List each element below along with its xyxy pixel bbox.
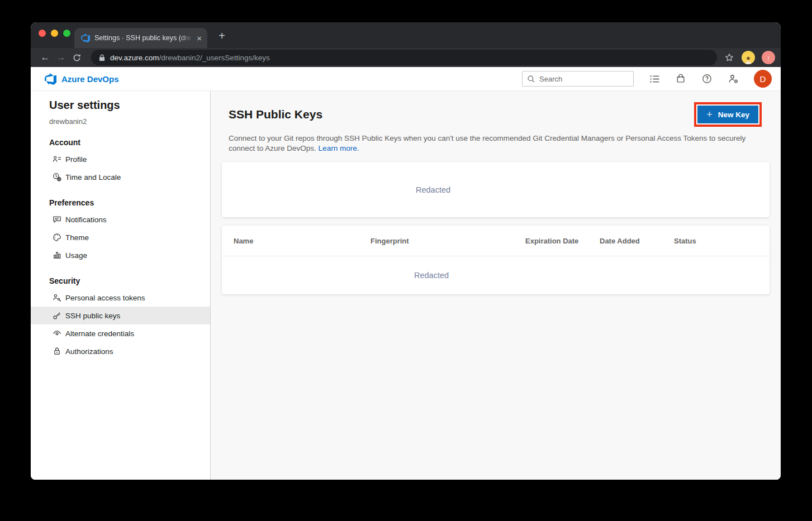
ssh-keys-table-card: Name Fingerprint Expiration Date Date Ad… — [222, 226, 770, 294]
palette-icon — [53, 233, 61, 242]
browser-tab[interactable]: Settings · SSH public keys (dre × — [74, 28, 207, 48]
sidebar-item-label: SSH public keys — [65, 312, 120, 320]
url-domain: dev.azure.com — [110, 54, 159, 62]
sidebar-item-label: Theme — [65, 233, 89, 242]
brand-name: Azure DevOps — [61, 74, 119, 84]
lock-shield-icon — [53, 347, 61, 356]
new-key-button[interactable]: + New Key — [697, 106, 758, 123]
sidebar-item-notifications[interactable]: Notifications — [31, 211, 210, 228]
tab-strip: Settings · SSH public keys (dre × + — [31, 22, 781, 48]
sidebar-item-label: Notifications — [65, 216, 107, 224]
key-icon — [53, 311, 61, 320]
browser-update-icon[interactable]: ↑ — [762, 51, 775, 64]
sidebar-item-profile[interactable]: Profile — [31, 150, 210, 168]
sidebar-item-personal-access-tokens[interactable]: Personal access tokens — [31, 289, 210, 307]
column-header-name: Name — [234, 237, 371, 245]
sidebar-item-theme[interactable]: Theme — [31, 228, 210, 246]
reload-icon[interactable] — [69, 50, 84, 65]
column-header-expiration-date: Expiration Date — [525, 237, 600, 245]
redacted-text: Redacted — [416, 185, 450, 194]
sidebar-item-label: Usage — [65, 251, 87, 260]
sidebar-item-label: Profile — [65, 155, 87, 164]
column-header-date-added: Date Added — [600, 237, 674, 245]
url-text: dev.azure.com/drewbanin2/_usersSettings/… — [110, 54, 270, 62]
bar-chart-icon — [53, 251, 61, 260]
page-description: Connect to your Git repos through SSH Pu… — [229, 133, 758, 153]
toolbar-right: ↑ — [724, 51, 775, 64]
section-preferences: Preferences — [31, 186, 210, 211]
annotation-highlight-box: + New Key — [694, 102, 762, 127]
sidebar-item-usage[interactable]: Usage — [31, 246, 210, 264]
address-bar[interactable]: dev.azure.com/drewbanin2/_usersSettings/… — [91, 50, 717, 65]
ssh-key-card: Redacted — [222, 162, 770, 217]
azure-devops-brand[interactable]: Azure DevOps — [45, 73, 119, 85]
task-list-icon[interactable] — [649, 73, 660, 84]
column-header-fingerprint: Fingerprint — [371, 237, 525, 245]
tab-title: Settings · SSH public keys (dre — [94, 34, 193, 42]
minimize-window-button[interactable] — [51, 30, 58, 37]
browser-toolbar: ← → dev.azure.com/drewbanin2/_usersSetti… — [31, 48, 781, 67]
sidebar-item-label: Time and Locale — [65, 173, 121, 181]
bookmark-star-icon[interactable] — [724, 52, 735, 63]
sidebar-item-label: Authorizations — [65, 347, 113, 356]
column-header-status: Status — [674, 237, 696, 245]
browser-window: Settings · SSH public keys (dre × + ← → … — [31, 22, 781, 480]
user-avatar[interactable]: D — [754, 70, 772, 88]
table-header-row: Name Fingerprint Expiration Date Date Ad… — [222, 226, 770, 256]
section-security: Security — [31, 264, 210, 289]
sidebar-item-time-and-locale[interactable]: Time and Locale — [31, 168, 210, 186]
sidebar-item-authorizations[interactable]: Authorizations — [31, 342, 210, 360]
plus-icon: + — [706, 109, 713, 120]
forward-icon[interactable]: → — [53, 50, 69, 65]
table-body: Redacted — [222, 256, 770, 294]
tab-close-icon[interactable]: × — [197, 34, 202, 42]
window-controls — [39, 30, 70, 37]
sidebar-item-alternate-credentials[interactable]: Alternate credentials — [31, 324, 210, 342]
search-icon — [527, 75, 535, 83]
section-account: Account — [31, 126, 210, 150]
redacted-text: Redacted — [414, 271, 449, 280]
search-input[interactable] — [539, 75, 629, 83]
user-settings-icon[interactable] — [728, 73, 739, 84]
sidebar-item-label: Personal access tokens — [65, 294, 145, 302]
lock-icon — [99, 54, 105, 61]
azure-devops-logo-icon — [45, 73, 56, 85]
azure-devops-favicon — [81, 34, 90, 42]
desktop-background: Settings · SSH public keys (dre × + ← → … — [0, 0, 812, 521]
search-box[interactable] — [522, 71, 634, 87]
url-path: /drewbanin2/_usersSettings/keys — [159, 54, 270, 62]
marketplace-bag-icon[interactable] — [675, 73, 686, 84]
browser-profile-avatar[interactable] — [742, 51, 755, 64]
app-header: Azure DevOps — [31, 67, 781, 91]
sidebar-item-label: Alternate credentials — [65, 329, 134, 338]
person-key-icon — [53, 293, 61, 302]
sidebar-username: drewbanin2 — [31, 112, 210, 126]
learn-more-link[interactable]: Learn more. — [319, 144, 359, 152]
help-icon[interactable] — [701, 73, 713, 84]
maximize-window-button[interactable] — [63, 30, 70, 37]
close-window-button[interactable] — [39, 30, 46, 37]
settings-sidebar: User settings drewbanin2 Account Profile… — [31, 91, 211, 480]
comment-icon — [53, 215, 61, 224]
eye-icon — [53, 329, 61, 338]
page-body: User settings drewbanin2 Account Profile… — [31, 91, 781, 480]
person-card-icon — [53, 155, 61, 164]
page-title: SSH Public Keys — [229, 108, 322, 121]
title-row: SSH Public Keys + New Key — [222, 102, 770, 127]
main-content: SSH Public Keys + New Key Connect to you… — [211, 91, 781, 480]
new-key-button-label: New Key — [718, 111, 749, 119]
sidebar-title: User settings — [31, 99, 210, 112]
new-tab-button[interactable]: + — [215, 29, 229, 42]
clock-globe-icon — [53, 173, 61, 181]
sidebar-item-ssh-public-keys[interactable]: SSH public keys — [31, 307, 210, 324]
description-text: Connect to your Git repos through SSH Pu… — [229, 134, 745, 152]
header-right: D — [522, 70, 772, 88]
back-icon[interactable]: ← — [37, 50, 53, 65]
